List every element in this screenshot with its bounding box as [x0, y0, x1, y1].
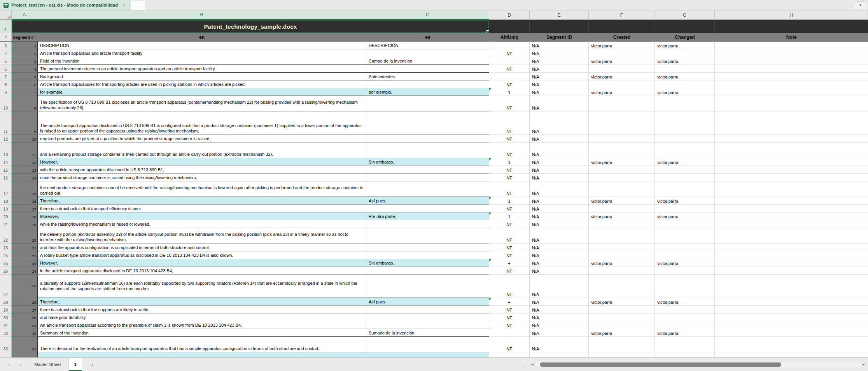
cell-segment-number[interactable]: 9 — [12, 111, 37, 135]
cell-segment-id[interactable]: N/A — [530, 212, 589, 220]
cell-note[interactable] — [715, 205, 868, 212]
title-row-cell[interactable] — [715, 20, 868, 33]
cell-es[interactable]: Así pues, — [366, 298, 489, 306]
cell-segment-id[interactable]: N/A — [530, 80, 589, 88]
cell-segment-number[interactable]: 23 — [12, 259, 37, 267]
cell-changed[interactable]: victor.parra — [655, 298, 715, 306]
close-tab-icon[interactable]: × — [122, 2, 125, 8]
cell-alt-uniq[interactable]: NT — [489, 111, 530, 135]
cell-segment-id[interactable]: N/A — [530, 329, 589, 337]
cell-segment-number[interactable]: 20 — [12, 228, 37, 244]
title-row-cell[interactable] — [530, 20, 589, 33]
cell-segment-number[interactable]: 26 — [12, 298, 37, 306]
cell-alt-uniq[interactable]: NT — [489, 96, 530, 111]
cell-segment-id[interactable]: N/A — [530, 166, 589, 174]
row-number[interactable]: 25 — [0, 259, 12, 267]
cell-en[interactable]: Article transport apparatus and article … — [37, 49, 366, 57]
cell-alt-uniq[interactable]: NT — [489, 65, 530, 73]
cell-es[interactable] — [366, 306, 489, 314]
cell-segment-number[interactable]: 5 — [12, 73, 37, 80]
cell-note[interactable] — [715, 57, 868, 65]
cell-created[interactable] — [589, 314, 655, 321]
cell-es[interactable] — [366, 337, 489, 352]
cell-created[interactable] — [589, 251, 655, 259]
cell-changed[interactable] — [655, 96, 715, 111]
cell-note[interactable] — [715, 42, 868, 49]
prev-sheet-icon[interactable]: ‹ — [3, 361, 15, 368]
cell-segment-id[interactable]: N/A — [530, 314, 589, 321]
cell-changed[interactable] — [655, 205, 715, 212]
cell-segment-number[interactable]: 3 — [12, 57, 37, 65]
cell-alt-uniq[interactable]: NT — [489, 174, 530, 181]
cell-en[interactable]: Field of the invention — [37, 57, 366, 65]
scrollbar-thumb[interactable] — [540, 362, 781, 367]
cell-created[interactable]: victor.parra — [589, 329, 655, 337]
cell-segment-number[interactable]: 31 — [12, 337, 37, 352]
cell-es[interactable] — [366, 181, 489, 197]
row-number[interactable] — [0, 352, 12, 357]
cell-note[interactable] — [715, 80, 868, 88]
cell-changed[interactable] — [655, 111, 715, 135]
document-title-cell[interactable]: Patent_technology_sample.docx — [12, 20, 489, 33]
cell-created[interactable]: victor.parra — [589, 212, 655, 220]
header-es[interactable]: es — [366, 33, 489, 41]
cell-created[interactable]: victor.parra — [589, 57, 655, 65]
cell-es[interactable]: por ejemplo. — [366, 88, 489, 96]
cell-segment-number[interactable]: 10 — [12, 135, 37, 143]
cell-alt-uniq[interactable] — [489, 57, 530, 65]
cell-en[interactable]: in the article transport apparatus discl… — [37, 267, 366, 275]
header-segment-id[interactable]: Segment ID — [530, 33, 589, 41]
cell-note[interactable] — [715, 352, 868, 357]
cell-note[interactable] — [715, 306, 868, 314]
cell-changed[interactable]: victor.parra — [655, 197, 715, 205]
cell-en[interactable]: while the raising/lowering mechanism is … — [37, 220, 366, 228]
cell-note[interactable] — [715, 166, 868, 174]
row-number[interactable]: 5 — [0, 57, 12, 65]
cell-en[interactable]: once the product storage container is ra… — [37, 174, 366, 181]
cell-segment-number[interactable]: 6 — [12, 80, 37, 88]
row-number[interactable]: 2 — [0, 33, 12, 41]
cell-note[interactable] — [715, 298, 868, 306]
cell-es[interactable]: Así pues, — [366, 197, 489, 205]
column-header-f[interactable]: F — [589, 10, 655, 20]
cell-note[interactable] — [715, 197, 868, 205]
row-number[interactable]: 29 — [0, 306, 12, 314]
row-number[interactable]: 22 — [0, 228, 12, 244]
cell-en[interactable]: A rotary bucket-type article transport a… — [37, 251, 366, 259]
cell-note[interactable] — [715, 65, 868, 73]
column-header-c[interactable]: C — [366, 10, 489, 20]
row-number[interactable]: 33 — [0, 337, 12, 352]
column-header-h[interactable]: H — [715, 10, 868, 20]
header-en[interactable]: en — [37, 33, 366, 41]
cell-note[interactable] — [715, 174, 868, 181]
cell-changed[interactable] — [655, 314, 715, 321]
cell-changed[interactable] — [655, 80, 715, 88]
cell-segment-number[interactable]: 2 — [12, 49, 37, 57]
cell-note[interactable] — [715, 267, 868, 275]
cell-es[interactable] — [366, 174, 489, 181]
cell-changed[interactable] — [655, 181, 715, 197]
cell-created[interactable]: victor.parra — [589, 298, 655, 306]
cell-segment-id[interactable]: N/A — [530, 111, 589, 135]
row-number[interactable]: 32 — [0, 329, 12, 337]
cell-segment-id[interactable]: N/A — [530, 96, 589, 111]
cell-en[interactable]: there is a drawback in that transport ef… — [37, 205, 366, 212]
row-number[interactable]: 27 — [0, 275, 12, 298]
cell-note[interactable] — [715, 73, 868, 80]
cell-alt-uniq[interactable]: NT — [489, 251, 530, 259]
cell-alt-uniq[interactable]: NT — [489, 306, 530, 314]
cell-alt-uniq[interactable]: NT — [489, 220, 530, 228]
row-number[interactable]: 8 — [0, 80, 12, 88]
cell-es[interactable] — [366, 321, 489, 329]
cell-alt-uniq[interactable]: NT — [489, 49, 530, 57]
cell-en[interactable]: and have poor durability. — [37, 314, 366, 321]
cell-alt-uniq[interactable]: NT — [489, 275, 530, 298]
cell-created[interactable] — [589, 111, 655, 135]
column-header-g[interactable]: G — [655, 10, 715, 20]
cell-note[interactable] — [715, 49, 868, 57]
row-number[interactable]: 16 — [0, 174, 12, 181]
cell-alt-uniq[interactable]: NT — [489, 244, 530, 251]
cell-alt-uniq[interactable]: + — [489, 298, 530, 306]
cell-created[interactable] — [589, 174, 655, 181]
cell-es[interactable] — [366, 143, 489, 158]
